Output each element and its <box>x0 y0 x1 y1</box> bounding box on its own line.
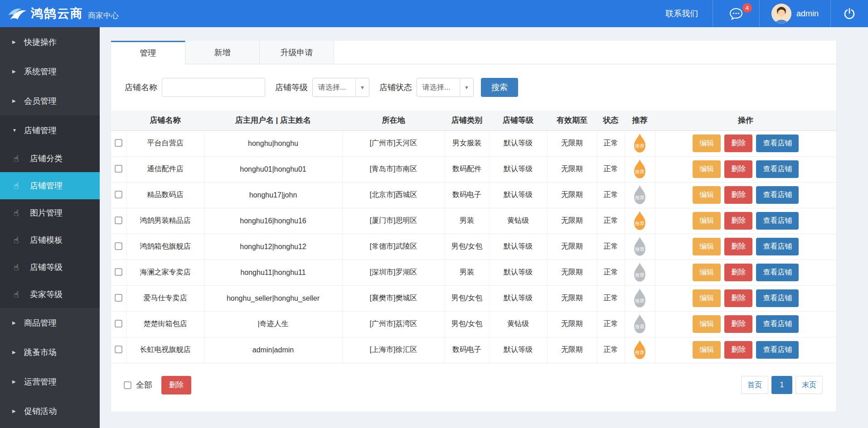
view-shop-button[interactable]: 查看店铺 <box>756 264 799 281</box>
location: [广州市]荔湾区 <box>342 311 445 337</box>
shop-level-select[interactable]: 请选择... ▼ <box>312 78 369 97</box>
pagination-first[interactable]: 首页 <box>741 376 768 394</box>
recommend-flame-icon[interactable]: 推荐 <box>631 237 648 256</box>
view-shop-button[interactable]: 查看店铺 <box>756 238 799 255</box>
pagination-current-page[interactable]: 1 <box>771 376 792 394</box>
recommend-flame-icon[interactable]: 推荐 <box>631 185 648 205</box>
view-shop-button[interactable]: 查看店铺 <box>756 212 799 230</box>
bulk-delete-button[interactable]: 删除 <box>161 376 191 394</box>
sidebar-item-2[interactable]: ▶会员管理 <box>0 86 100 115</box>
delete-button[interactable]: 删除 <box>724 186 752 204</box>
shop-level: 黄钻级 <box>489 208 547 234</box>
hand-pointer-icon: ☝ <box>14 208 24 218</box>
actions-cell: 编辑删除查看店铺 <box>655 337 836 363</box>
logout-button[interactable] <box>831 0 868 27</box>
brand-subtitle: 商家中心 <box>88 10 119 21</box>
recommend-cell: 推荐 <box>625 311 655 337</box>
delete-button[interactable]: 删除 <box>724 135 752 152</box>
sidebar-item-0[interactable]: ▶快捷操作 <box>0 27 100 57</box>
edit-button[interactable]: 编辑 <box>693 212 721 230</box>
search-button[interactable]: 搜索 <box>481 78 518 97</box>
edit-button[interactable]: 编辑 <box>693 238 721 255</box>
category: 数码配件 <box>445 156 489 182</box>
delete-button[interactable]: 删除 <box>724 238 752 255</box>
recommend-flame-icon[interactable]: 推荐 <box>631 134 648 153</box>
sidebar-item-1[interactable]: ▶系统管理 <box>0 57 100 86</box>
row-checkbox[interactable] <box>115 216 122 224</box>
select-all-checkbox[interactable] <box>124 381 131 389</box>
view-shop-button[interactable]: 查看店铺 <box>756 135 799 152</box>
row-checkbox[interactable] <box>115 268 122 275</box>
view-shop-button[interactable]: 查看店铺 <box>756 341 799 359</box>
row-checkbox[interactable] <box>115 242 122 250</box>
delete-button[interactable]: 删除 <box>724 160 752 178</box>
sidebar-item-6[interactable]: ▶运营管理 <box>0 367 100 396</box>
delete-button[interactable]: 删除 <box>724 315 752 333</box>
row-checkbox[interactable] <box>115 320 122 327</box>
row-checkbox[interactable] <box>115 346 122 353</box>
user-menu[interactable]: admin <box>760 0 830 27</box>
view-shop-button[interactable]: 查看店铺 <box>756 186 799 204</box>
chevron-right-icon: ▶ <box>12 39 20 44</box>
tab-1[interactable]: 新增 <box>185 41 260 64</box>
messages-button[interactable]: 4 <box>713 0 759 27</box>
sidebar-subitem-2[interactable]: ☝图片管理 <box>0 199 100 226</box>
column-header-checkbox <box>111 111 126 130</box>
owner-username-name: honghu_seller|honghu_seller <box>204 285 342 311</box>
recommend-flame-icon[interactable]: 推荐 <box>631 340 648 360</box>
sidebar-item-4[interactable]: ▶商品管理 <box>0 308 100 337</box>
sidebar-subitem-label: 店铺分类 <box>30 153 63 164</box>
recommend-flame-icon[interactable]: 推荐 <box>631 289 648 308</box>
shop-status-select[interactable]: 请选择... ▼ <box>417 78 474 97</box>
view-shop-button[interactable]: 查看店铺 <box>756 160 799 178</box>
sidebar-item-5[interactable]: ▶跳蚤市场 <box>0 337 100 367</box>
table-row: 平台自营店honghu|honghu[广州市]天河区男女服装默认等级无限期正常推… <box>111 130 836 156</box>
sidebar-subitem-1[interactable]: ☝店铺管理 <box>0 172 100 199</box>
shop-name-input[interactable] <box>162 78 265 97</box>
edit-button[interactable]: 编辑 <box>693 289 721 307</box>
chevron-right-icon: ▶ <box>12 98 20 103</box>
sidebar-subitem-4[interactable]: ☝店铺等级 <box>0 254 100 281</box>
edit-button[interactable]: 编辑 <box>693 341 721 359</box>
chevron-right-icon: ▶ <box>12 320 20 325</box>
edit-button[interactable]: 编辑 <box>693 135 721 152</box>
row-checkbox[interactable] <box>115 191 122 198</box>
edit-button[interactable]: 编辑 <box>693 264 721 281</box>
status: 正常 <box>597 285 625 311</box>
recommend-cell: 推荐 <box>625 234 655 260</box>
bulk-actions: 全部 删除 <box>125 376 191 394</box>
row-checkbox[interactable] <box>115 139 122 146</box>
pagination-last[interactable]: 末页 <box>795 376 823 394</box>
delete-button[interactable]: 删除 <box>724 264 752 281</box>
recommend-flame-icon[interactable]: 推荐 <box>631 159 648 179</box>
sidebar-subitem-0[interactable]: ☝店铺分类 <box>0 145 100 172</box>
edit-button[interactable]: 编辑 <box>693 186 721 204</box>
location: [青岛市]市南区 <box>342 156 445 182</box>
delete-button[interactable]: 删除 <box>724 212 752 230</box>
edit-button[interactable]: 编辑 <box>693 160 721 178</box>
contact-us-link[interactable]: 联系我们 <box>651 0 713 27</box>
table-row: 通信配件店honghu01|honghu01[青岛市]市南区数码配件默认等级无限… <box>111 156 836 182</box>
shop-name: 楚楚街箱包店 <box>126 311 204 337</box>
edit-button[interactable]: 编辑 <box>693 315 721 333</box>
row-checkbox[interactable] <box>115 165 122 172</box>
svg-text:推荐: 推荐 <box>635 143 645 149</box>
tab-2[interactable]: 升级申请 <box>260 41 334 64</box>
recommend-flame-icon[interactable]: 推荐 <box>631 211 648 231</box>
sidebar-subitem-5[interactable]: ☝卖家等级 <box>0 281 100 308</box>
location: [上海市]徐汇区 <box>342 337 445 363</box>
delete-button[interactable]: 删除 <box>724 289 752 307</box>
view-shop-button[interactable]: 查看店铺 <box>756 315 799 333</box>
recommend-cell: 推荐 <box>625 130 655 156</box>
view-shop-button[interactable]: 查看店铺 <box>756 289 799 307</box>
tab-0[interactable]: 管理 <box>111 41 185 64</box>
recommend-flame-icon[interactable]: 推荐 <box>631 263 648 282</box>
category: 男装 <box>445 260 489 285</box>
sidebar-item-3[interactable]: ▼店铺管理 <box>0 115 100 145</box>
sidebar-subitem-3[interactable]: ☝店铺模板 <box>0 226 100 254</box>
recommend-cell: 推荐 <box>625 285 655 311</box>
sidebar-item-7[interactable]: ▶促销活动 <box>0 396 100 426</box>
recommend-flame-icon[interactable]: 推荐 <box>631 314 648 334</box>
row-checkbox[interactable] <box>115 294 122 301</box>
delete-button[interactable]: 删除 <box>724 341 752 359</box>
